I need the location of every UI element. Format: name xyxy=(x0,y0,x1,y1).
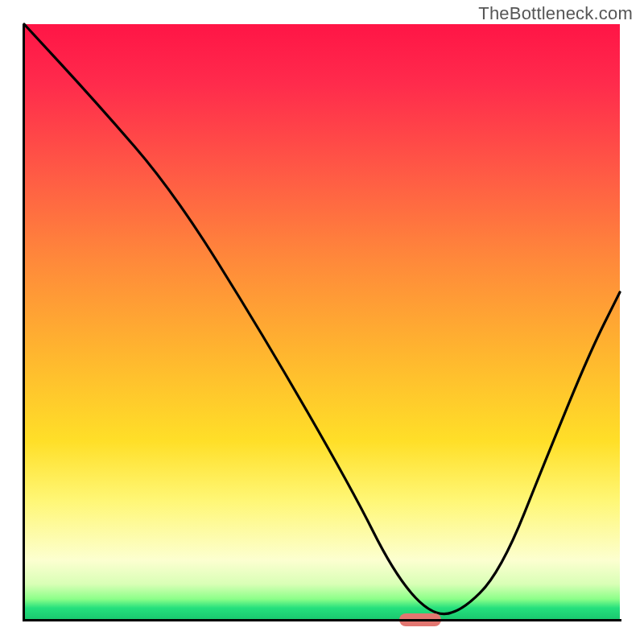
bottleneck-curve xyxy=(24,24,620,620)
y-axis xyxy=(23,24,25,621)
chart-area xyxy=(24,24,620,620)
curve-path xyxy=(24,24,620,614)
x-axis xyxy=(23,619,621,621)
watermark-text: TheBottleneck.com xyxy=(478,3,633,24)
